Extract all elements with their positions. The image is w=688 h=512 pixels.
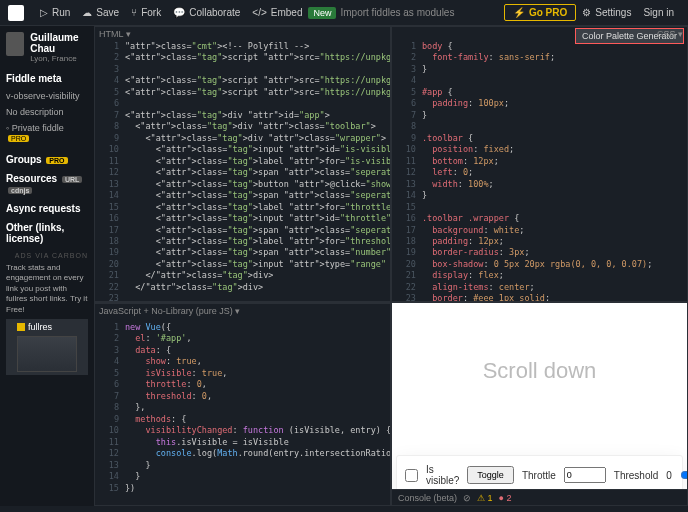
- signin-button[interactable]: Sign in: [637, 4, 680, 21]
- other-link[interactable]: Other (links, license): [6, 222, 88, 244]
- private-toggle[interactable]: ◦ Private fiddle PRO: [6, 120, 88, 146]
- fiddle-description[interactable]: No description: [6, 104, 88, 120]
- ad-text[interactable]: Track stats and engagement on every link…: [6, 263, 88, 315]
- console-label[interactable]: Console (beta): [398, 493, 457, 503]
- sidebar: Guillaume Chau Lyon, France Fiddle meta …: [0, 26, 94, 506]
- async-link[interactable]: Async requests: [6, 203, 88, 214]
- css-pane[interactable]: CSS ▾ 1body { 2 font-family: sans-serif;…: [391, 26, 688, 302]
- throttle-label: Throttle: [522, 470, 556, 481]
- run-button[interactable]: ▷ Run: [34, 4, 76, 21]
- css-pane-label[interactable]: CSS ▾: [657, 29, 683, 39]
- console-error-count: ● 2: [499, 493, 512, 503]
- go-pro-button[interactable]: ⚡ Go PRO: [504, 4, 576, 21]
- throttle-input[interactable]: [564, 467, 606, 483]
- save-button[interactable]: ☁ Save: [76, 4, 125, 21]
- groups-heading[interactable]: Groups PRO: [6, 154, 88, 165]
- ads-label: ADS VIA CARBON: [6, 252, 88, 259]
- scroll-down-text: Scroll down: [483, 358, 597, 384]
- result-pane[interactable]: Scroll down Is visible? Toggle Throttle …: [391, 302, 688, 506]
- is-visible-checkbox[interactable]: [405, 469, 418, 482]
- jsfiddle-logo[interactable]: [8, 5, 24, 21]
- html-pane[interactable]: HTML ▾ 1"attr">class="cmt"><!-- Polyfill…: [94, 26, 391, 302]
- avatar[interactable]: [6, 32, 24, 56]
- fork-button[interactable]: ⑂ Fork: [125, 4, 167, 21]
- user-location: Lyon, France: [30, 54, 88, 63]
- js-pane-label[interactable]: JavaScript + No-Library (pure JS) ▾: [95, 303, 390, 318]
- embed-button[interactable]: </> Embed: [246, 4, 308, 21]
- settings-button[interactable]: ⚙ Settings: [576, 4, 637, 21]
- html-pane-label[interactable]: HTML ▾: [99, 29, 131, 39]
- new-badge: New: [308, 7, 336, 19]
- fiddle-meta-heading: Fiddle meta: [6, 73, 88, 84]
- collaborate-button[interactable]: 💬 Collaborate: [167, 4, 246, 21]
- threshold-label: Threshold: [614, 470, 658, 481]
- resources-heading[interactable]: Resources URL cdnjs: [6, 173, 88, 195]
- user-name[interactable]: Guillaume Chau: [30, 32, 88, 54]
- console-clear-icon[interactable]: ⊘: [463, 493, 471, 503]
- js-pane[interactable]: JavaScript + No-Library (pure JS) ▾ 1new…: [94, 302, 391, 506]
- console-warn-count: ⚠ 1: [477, 493, 493, 503]
- threshold-value: 0: [666, 470, 672, 481]
- ad-image[interactable]: fullres: [6, 319, 88, 375]
- toggle-button[interactable]: Toggle: [467, 466, 514, 484]
- is-visible-label: Is visible?: [426, 464, 459, 486]
- threshold-slider[interactable]: [680, 467, 688, 483]
- import-text[interactable]: Import fiddles as modules: [340, 7, 454, 18]
- fiddle-title-input[interactable]: v-observe-visibility: [6, 88, 88, 104]
